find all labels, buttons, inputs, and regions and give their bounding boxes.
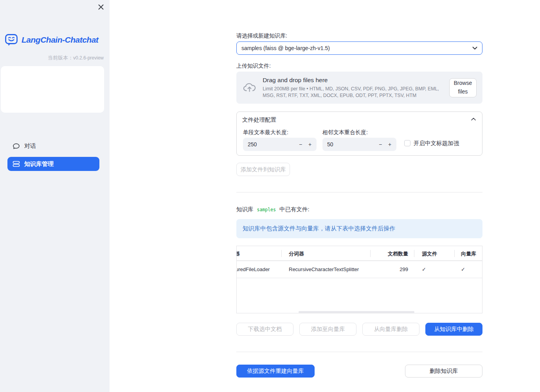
delete-kb-button[interactable]: 删除知识库 [405, 365, 482, 378]
table-header-row: 器 分词器 文档数量 源文件 向量库 [237, 246, 482, 261]
chat-bubble-icon [13, 143, 20, 150]
version-value: v0.2.6-preview [73, 55, 104, 61]
sidebar-item-kb-management[interactable]: 知识库管理 [7, 157, 99, 171]
sidebar: LangChain-Chatchat 当前版本：v0.2.6-preview 对… [0, 0, 110, 392]
info-banner-text: 知识库中包含源文件与向量库，请从下表中选择文件后操作 [243, 225, 395, 232]
column-header-source-file: 源文件 [422, 250, 437, 257]
file-config-expander: 文件处理配置 单段文本最大长度: 相邻文本重合长度: 250 − + 50 − … [236, 111, 482, 156]
delete-from-kb-button[interactable]: 从知识库中删除 [425, 323, 482, 336]
column-separator [281, 250, 282, 257]
chunk-overlap-value: 50 [327, 138, 333, 151]
close-icon [98, 4, 104, 10]
column-header-loader: 器 [236, 250, 240, 257]
column-separator [370, 250, 371, 257]
column-separator [454, 250, 455, 257]
dropzone-text: Drag and drop files here Limit 200MB per… [263, 77, 443, 99]
brand: LangChain-Chatchat [5, 33, 98, 47]
zh-title-enhance-label: 开启中文标题加强 [414, 140, 459, 147]
cell-doc-count: 299 [374, 266, 408, 272]
sidebar-menu: 对话 知识库管理 [1, 66, 104, 113]
info-banner: 知识库中包含源文件与向量库，请从下表中选择文件后操作 [236, 219, 482, 238]
uploader-label: 上传知识文件: [236, 63, 271, 70]
cell-loader: uredFileLoader [236, 266, 270, 272]
chevron-up-icon[interactable] [471, 118, 476, 120]
file-config-title: 文件处理配置 [242, 116, 276, 124]
add-to-vector-store-button[interactable]: 添加至向量库 [299, 323, 356, 336]
divider [236, 352, 482, 352]
brand-logo-icon [5, 33, 18, 47]
version-info: 当前版本：v0.2.6-preview [48, 54, 104, 61]
kb-line-prefix: 知识库 [236, 206, 254, 213]
table-row[interactable]: uredFileLoader RecursiveCharacterTextSpl… [237, 261, 482, 278]
cell-splitter: RecursiveCharacterTextSplitter [289, 266, 359, 272]
dropzone-title: Drag and drop files here [263, 77, 443, 84]
table-horizontal-scrollbar[interactable] [299, 311, 414, 313]
add-files-to-kb-button[interactable]: 添加文件到知识库 [236, 163, 290, 176]
cell-vector-store-check: ✓ [461, 266, 465, 272]
sidebar-item-label: 对话 [24, 142, 36, 150]
kb-line-suffix: 中已有文件: [279, 206, 310, 213]
upload-cloud-icon [243, 82, 256, 94]
chunk-size-value: 250 [248, 138, 257, 151]
kb-select-label: 请选择或新建知识库: [236, 32, 287, 40]
sidebar-close-button[interactable] [96, 2, 106, 12]
chunk-overlap-decrement-button[interactable]: − [377, 138, 384, 151]
file-dropzone[interactable]: Drag and drop files here Limit 200MB per… [236, 72, 482, 104]
column-header-splitter: 分词器 [289, 250, 304, 257]
chevron-down-icon [472, 47, 477, 50]
version-label: 当前版本： [48, 55, 73, 61]
kb-files-table[interactable]: 器 分词器 文档数量 源文件 向量库 uredFileLoader Recurs… [236, 246, 482, 313]
chunk-overlap-input[interactable]: 50 − + [322, 138, 396, 151]
chunk-size-input[interactable]: 250 − + [243, 138, 317, 151]
kb-name-code: samples [257, 207, 276, 212]
chunk-overlap-increment-button[interactable]: + [386, 138, 393, 151]
sidebar-item-label: 知识库管理 [24, 160, 54, 168]
column-separator [414, 250, 414, 257]
dropzone-hint: Limit 200MB per file • HTML, MD, JSON, C… [263, 86, 443, 99]
delete-from-vector-store-button[interactable]: 从向量库删除 [362, 323, 419, 336]
cell-source-file-check: ✓ [422, 266, 426, 272]
browse-files-button[interactable]: Browse files [449, 78, 477, 97]
kb-existing-files-line: 知识库 samples 中已有文件: [236, 205, 310, 213]
chunk-size-decrement-button[interactable]: − [297, 138, 304, 151]
app-window: LangChain-Chatchat 当前版本：v0.2.6-preview 对… [0, 0, 540, 392]
chunk-size-increment-button[interactable]: + [306, 138, 313, 151]
column-header-doc-count: 文档数量 [374, 250, 408, 257]
download-selected-docs-button[interactable]: 下载选中文档 [236, 323, 293, 336]
kb-select[interactable]: samples (faiss @ bge-large-zh-v1.5) [236, 41, 482, 55]
chunk-size-label: 单段文本最大长度: [243, 129, 288, 136]
zh-title-enhance-checkbox[interactable] [404, 140, 410, 146]
sidebar-item-dialogue[interactable]: 对话 [7, 140, 99, 152]
divider [236, 192, 482, 192]
column-header-vector-store: 向量库 [461, 250, 476, 257]
kb-select-value: samples (faiss @ bge-large-zh-v1.5) [241, 45, 472, 51]
chunk-overlap-label: 相邻文本重合长度: [322, 129, 368, 136]
rebuild-vector-store-button[interactable]: 依据源文件重建向量库 [236, 365, 315, 378]
stacked-collection-icon [13, 160, 20, 167]
brand-title: LangChain-Chatchat [22, 35, 98, 45]
